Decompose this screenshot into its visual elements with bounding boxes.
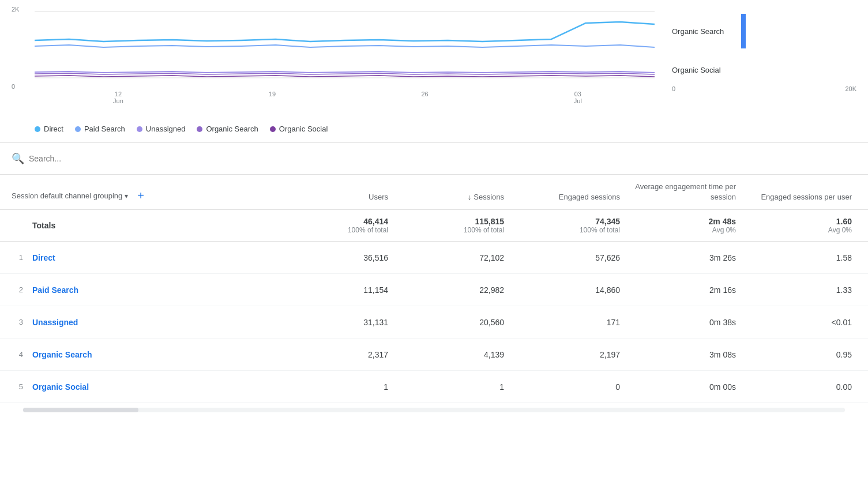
grouping-label[interactable]: Session default channel grouping ▾ xyxy=(12,191,128,200)
totals-engaged-value: 74,345 xyxy=(595,217,620,226)
totals-sessions-value: 115,815 xyxy=(475,217,504,226)
row-3-engaged-per-user: <0.01 xyxy=(741,318,856,327)
x-label-1: 12Jun xyxy=(113,91,123,104)
legend-dot-direct xyxy=(35,126,40,132)
totals-users-value: 46,414 xyxy=(363,217,388,226)
legend-dot-organic-social xyxy=(270,126,276,132)
totals-engaged: 74,345 100% of total xyxy=(509,217,625,234)
right-chart-content: Organic Search Organic Social 0 20K xyxy=(672,6,856,92)
row-5-users: 1 xyxy=(277,382,393,392)
col-avg-engagement-header: Average engagement time per session xyxy=(625,182,741,202)
search-icon: 🔍 xyxy=(12,152,24,165)
legend-label-organic-search: Organic Search xyxy=(206,125,258,133)
row-2-avg-engagement: 2m 16s xyxy=(625,285,741,295)
legend-dot-organic-search xyxy=(197,126,202,132)
search-input[interactable] xyxy=(29,154,242,163)
legend-label-organic-social: Organic Social xyxy=(279,125,328,133)
row-5-avg-engagement: 0m 00s xyxy=(625,382,741,392)
totals-engaged-per-user: 1.60 Avg 0% xyxy=(741,217,856,234)
x-label-4: 03Jul xyxy=(574,91,582,104)
right-legend-organic-search: Organic Search xyxy=(672,14,856,48)
right-legend: Organic Search Organic Social xyxy=(672,8,856,74)
right-x-axis: 0 20K xyxy=(672,83,856,92)
scrollbar-container[interactable] xyxy=(0,403,868,417)
legend-dot-unassigned xyxy=(137,126,142,132)
right-legend-label-organic-search: Organic Search xyxy=(672,27,735,36)
y-label-zero: 0 xyxy=(12,83,15,90)
row-2-engaged-per-user: 1.33 xyxy=(741,285,856,295)
totals-avg-engagement-sub: Avg 0% xyxy=(712,226,736,234)
table-row: 1 Direct 36,516 72,102 57,626 3m 26s 1.5… xyxy=(0,242,868,274)
row-4-num: 4 xyxy=(12,350,23,359)
row-5-sessions: 1 xyxy=(393,382,509,392)
search-area: 🔍 xyxy=(0,143,868,175)
row-5-label: 5 Organic Social xyxy=(12,382,277,392)
scrollbar-thumb[interactable] xyxy=(23,408,138,412)
row-3-label: 3 Unassigned xyxy=(12,318,277,327)
y-label-max: 2K xyxy=(12,6,19,13)
row-2-engaged: 14,860 xyxy=(509,285,625,295)
totals-sessions: 115,815 100% of total xyxy=(393,217,509,234)
x-axis-labels: 12Jun 19 26 03Jul xyxy=(35,91,655,104)
col-engaged-header: Engaged sessions xyxy=(509,192,625,202)
x-label-3: 26 xyxy=(421,91,428,104)
table-row: 4 Organic Search 2,317 4,139 2,197 3m 08… xyxy=(0,338,868,371)
legend-label-unassigned: Unassigned xyxy=(146,125,186,133)
horizontal-scrollbar[interactable] xyxy=(23,408,845,412)
add-dimension-button[interactable]: + xyxy=(137,189,144,202)
row-1-avg-engagement: 3m 26s xyxy=(625,253,741,262)
line-chart: 2K 0 12Jun 19 26 03Jul xyxy=(0,6,666,115)
row-3-name[interactable]: Unassigned xyxy=(32,318,78,327)
row-3-sessions: 20,560 xyxy=(393,318,509,327)
line-chart-svg xyxy=(35,6,655,86)
row-1-name[interactable]: Direct xyxy=(32,253,55,262)
row-5-num: 5 xyxy=(12,382,23,391)
row-4-name[interactable]: Organic Search xyxy=(32,350,92,359)
x-label-2: 19 xyxy=(269,91,276,104)
row-5-engaged: 0 xyxy=(509,382,625,392)
row-2-users: 11,154 xyxy=(277,285,393,295)
right-legend-label-organic-social: Organic Social xyxy=(672,66,735,74)
row-1-engaged: 57,626 xyxy=(509,253,625,262)
row-5-engaged-per-user: 0.00 xyxy=(741,382,856,392)
row-1-engaged-per-user: 1.58 xyxy=(741,253,856,262)
row-4-avg-engagement: 3m 08s xyxy=(625,350,741,359)
row-2-sessions: 22,982 xyxy=(393,285,509,295)
row-4-users: 2,317 xyxy=(277,350,393,359)
legend-item-unassigned: Unassigned xyxy=(137,125,186,133)
totals-users-pct: 100% of total xyxy=(348,226,388,234)
totals-engaged-per-user-sub: Avg 0% xyxy=(828,226,852,234)
right-axis-min: 0 xyxy=(672,85,675,92)
row-3-avg-engagement: 0m 38s xyxy=(625,318,741,327)
col-users-header: Users xyxy=(277,192,393,202)
row-3-num: 3 xyxy=(12,318,23,326)
search-box[interactable]: 🔍 xyxy=(12,152,242,165)
row-1-sessions: 72,102 xyxy=(393,253,509,262)
totals-avg-engagement: 2m 48s Avg 0% xyxy=(625,217,741,234)
legend-item-paid-search: Paid Search xyxy=(75,125,125,133)
grouping-dropdown-icon[interactable]: ▾ xyxy=(125,192,128,200)
row-2-label: 2 Paid Search xyxy=(12,285,277,295)
row-1-num: 1 xyxy=(12,253,23,262)
legend-item-organic-social: Organic Social xyxy=(270,125,328,133)
totals-users: 46,414 100% of total xyxy=(277,217,393,234)
right-legend-organic-social: Organic Social xyxy=(672,66,856,74)
col-grouping-header: Session default channel grouping ▾ + xyxy=(12,189,277,202)
table-row: 5 Organic Social 1 1 0 0m 00s 0.00 xyxy=(0,371,868,403)
row-2-name[interactable]: Paid Search xyxy=(32,285,78,295)
right-axis-max: 20K xyxy=(845,85,856,92)
right-bar-organic-search xyxy=(741,14,746,48)
sessions-header-text: Sessions xyxy=(474,192,504,202)
table-row: 2 Paid Search 11,154 22,982 14,860 2m 16… xyxy=(0,274,868,306)
totals-label: Totals xyxy=(12,221,55,230)
totals-sessions-pct: 100% of total xyxy=(464,226,504,234)
row-5-name[interactable]: Organic Social xyxy=(32,382,89,392)
table-header: Session default channel grouping ▾ + Use… xyxy=(0,175,868,210)
row-4-engaged-per-user: 0.95 xyxy=(741,350,856,359)
row-4-sessions: 4,139 xyxy=(393,350,509,359)
table-row: 3 Unassigned 31,131 20,560 171 0m 38s <0… xyxy=(0,306,868,338)
right-bar-chart: Organic Search Organic Social 0 20K xyxy=(666,6,868,115)
chart-area: 2K 0 12Jun 19 26 03Jul xyxy=(0,0,868,115)
row-1-users: 36,516 xyxy=(277,253,393,262)
col-sessions-header[interactable]: ↓ Sessions xyxy=(393,192,509,202)
